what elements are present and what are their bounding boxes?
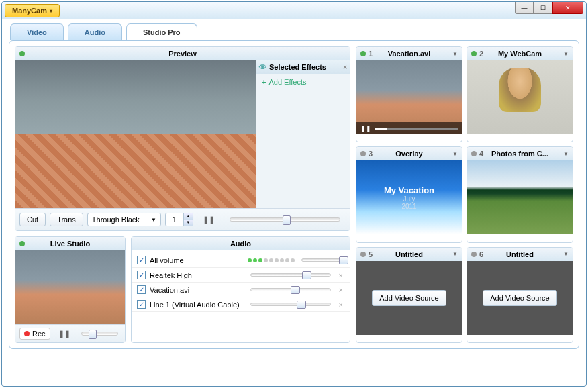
trans-button[interactable]: Trans	[50, 213, 83, 226]
volume-slider[interactable]	[250, 303, 331, 306]
checkbox[interactable]: ✓	[137, 300, 146, 309]
audio-header: Audio	[132, 237, 350, 250]
remove-icon[interactable]: ×	[338, 286, 344, 294]
source-2[interactable]: 2 My WebCam ▼	[467, 46, 573, 142]
chevron-down-icon[interactable]: ▼	[452, 151, 458, 157]
duration-stepper[interactable]: ▲ ▼	[165, 213, 193, 226]
eye-icon: 👁	[259, 63, 266, 71]
source-title: Untitled	[395, 250, 423, 258]
chevron-down-icon[interactable]: ▼	[563, 51, 569, 57]
status-dot-icon	[471, 252, 477, 257]
chevron-down-icon: ▼	[151, 217, 156, 223]
tab-studio-pro[interactable]: Studio Pro	[126, 23, 197, 40]
source-header: 6 Untitled ▼	[467, 248, 573, 261]
preview-toolbar: Cut Trans Through Black ▼ ▲ ▼ ❚❚	[15, 208, 350, 230]
slider-thumb[interactable]	[283, 215, 291, 225]
audio-source-name: Line 1 (Virtual Audio Cable)	[150, 301, 244, 309]
bottom-row: Live Studio Rec ❚❚	[15, 236, 350, 343]
status-dot-icon	[19, 241, 25, 246]
sources-grid: 1 Vacation.avi ▼ ❚❚ 2 My WebCam	[356, 46, 573, 343]
slider-thumb[interactable]	[89, 330, 97, 339]
source-thumbnail[interactable]	[467, 160, 573, 234]
preview-header: Preview	[15, 47, 350, 60]
source-header: 4 Photos from C... ▼	[467, 147, 573, 160]
pause-icon[interactable]: ❚❚	[360, 125, 371, 132]
live-studio-thumbnail[interactable]	[15, 250, 125, 324]
spin-up-icon[interactable]: ▲	[183, 213, 193, 220]
status-dot-icon	[360, 51, 366, 56]
chevron-down-icon[interactable]: ▼	[452, 251, 458, 257]
chevron-down-icon[interactable]: ▼	[563, 251, 569, 257]
checkbox[interactable]: ✓	[137, 271, 146, 279]
window-controls: — ☐ ✕	[515, 2, 583, 14]
add-video-source-button[interactable]: Add Video Source	[372, 290, 446, 306]
source-thumbnail: Add Video Source	[356, 261, 462, 335]
volume-slider[interactable]	[250, 273, 331, 277]
source-title: Untitled	[506, 250, 534, 258]
source-thumbnail[interactable]: My Vacation July 2011	[356, 160, 462, 234]
audio-source-name: All volume	[150, 256, 244, 264]
plus-icon: +	[262, 78, 266, 86]
cut-button[interactable]: Cut	[19, 213, 46, 226]
slider-thumb[interactable]	[339, 256, 348, 264]
app-window: ManyCam — ☐ ✕ Video Audio Studio Pro Pre…	[1, 1, 587, 387]
close-effects-icon[interactable]: ×	[343, 64, 347, 71]
remove-icon[interactable]: ×	[338, 271, 344, 279]
audio-panel: Audio ✓All volume✓Realtek High×✓Vacation…	[131, 236, 350, 343]
volume-slider[interactable]	[250, 288, 331, 291]
add-video-source-button[interactable]: Add Video Source	[483, 290, 556, 306]
chevron-down-icon[interactable]: ▼	[452, 51, 458, 57]
remove-icon[interactable]: ×	[338, 301, 344, 309]
checkbox[interactable]: ✓	[137, 285, 146, 294]
overlay-month: July	[403, 195, 415, 203]
level-meter	[248, 258, 295, 262]
minimize-button[interactable]: —	[515, 2, 534, 14]
overlay-year: 2011	[401, 203, 416, 210]
duration-input[interactable]	[166, 215, 183, 224]
add-effects-button[interactable]: + Add Effects	[256, 74, 350, 90]
checkbox[interactable]: ✓	[137, 256, 146, 264]
main-tabs: Video Audio Studio Pro	[2, 19, 586, 40]
source-number: 2	[479, 50, 483, 58]
transition-select[interactable]: Through Black ▼	[87, 213, 161, 226]
source-4[interactable]: 4 Photos from C... ▼	[467, 146, 573, 242]
source-number: 5	[369, 250, 373, 258]
preview-image[interactable]	[15, 60, 256, 208]
volume-slider[interactable]	[301, 258, 342, 262]
preview-slider[interactable]	[230, 217, 340, 222]
audio-row: ✓Line 1 (Virtual Audio Cable)×	[132, 297, 350, 312]
chevron-down-icon[interactable]: ▼	[563, 151, 569, 157]
effects-title: Selected Effects	[269, 63, 326, 71]
source-title: Overlay	[395, 150, 422, 158]
pause-button[interactable]: ❚❚	[54, 328, 75, 340]
record-icon	[24, 331, 30, 336]
source-1[interactable]: 1 Vacation.avi ▼ ❚❚	[356, 46, 462, 142]
spin-down-icon[interactable]: ▼	[183, 220, 193, 226]
live-studio-panel: Live Studio Rec ❚❚	[15, 236, 126, 343]
pause-button[interactable]: ❚❚	[197, 213, 220, 226]
source-number: 6	[479, 250, 483, 258]
audio-source-name: Realtek High	[150, 271, 244, 279]
audio-source-name: Vacation.avi	[150, 286, 244, 294]
maximize-button[interactable]: ☐	[534, 2, 552, 14]
slider-thumb[interactable]	[291, 286, 300, 294]
source-title: Photos from C...	[491, 150, 548, 158]
preview-panel: Preview 👁 Selected Effects × + Add Effec…	[15, 46, 350, 231]
tab-audio[interactable]: Audio	[68, 23, 122, 40]
slider-thumb[interactable]	[297, 301, 306, 309]
source-thumbnail[interactable]: ❚❚	[356, 60, 462, 134]
source-6[interactable]: 6 Untitled ▼ Add Video Source	[467, 247, 573, 343]
live-slider[interactable]	[81, 332, 118, 336]
live-studio-controls: Rec ❚❚	[15, 324, 125, 342]
app-menu-button[interactable]: ManyCam	[5, 4, 60, 17]
record-button[interactable]: Rec	[19, 328, 50, 340]
tab-video[interactable]: Video	[10, 23, 64, 40]
source-title: My WebCam	[498, 50, 542, 58]
source-5[interactable]: 5 Untitled ▼ Add Video Source	[356, 247, 462, 343]
close-button[interactable]: ✕	[552, 2, 583, 14]
source-thumbnail[interactable]	[467, 60, 573, 134]
source-3[interactable]: 3 Overlay ▼ My Vacation July 2011	[356, 146, 462, 242]
slider-thumb[interactable]	[302, 271, 311, 279]
source-number: 4	[479, 150, 483, 158]
playback-track[interactable]	[375, 128, 458, 130]
